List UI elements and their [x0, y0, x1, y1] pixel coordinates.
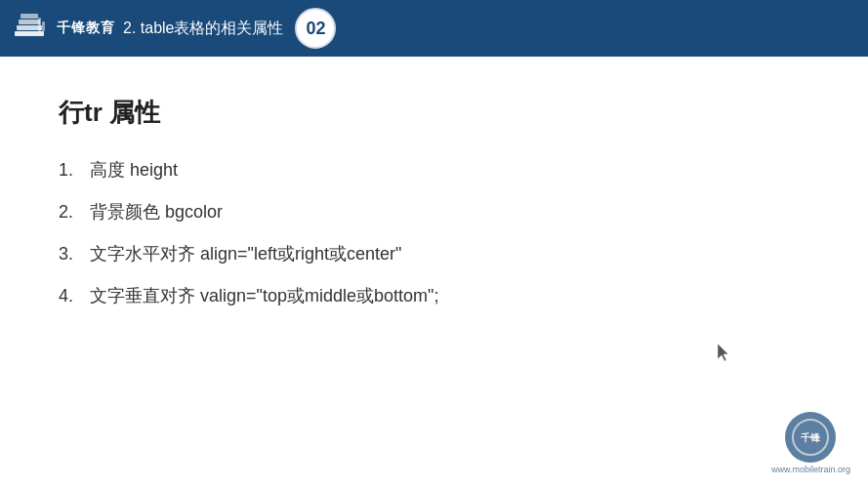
- list-number-4: 4.: [59, 286, 90, 306]
- svg-rect-3: [21, 14, 38, 19]
- list-number-2: 2.: [59, 202, 90, 223]
- slide-container: 千锋教育 2. table表格的相关属性 02 行tr 属性 1.高度 heig…: [0, 0, 868, 488]
- list-container: 1.高度 height2.背景颜色 bgcolor3.文字水平对齐 align=…: [59, 157, 809, 309]
- list-item: 2.背景颜色 bgcolor: [59, 199, 809, 225]
- watermark-inner: 千锋: [792, 419, 829, 456]
- svg-text:千锋: 千锋: [801, 432, 821, 443]
- svg-rect-5: [42, 21, 45, 31]
- badge-circle: 02: [295, 8, 336, 49]
- content-area: 行tr 属性 1.高度 height2.背景颜色 bgcolor3.文字水平对齐…: [0, 57, 868, 488]
- header-title: 2. table表格的相关属性: [123, 19, 283, 39]
- list-number-3: 3.: [59, 244, 90, 264]
- watermark-circle: 千锋: [785, 412, 836, 463]
- list-number-1: 1.: [59, 160, 90, 181]
- logo-area: 千锋教育: [10, 9, 115, 48]
- logo-icon: [10, 9, 49, 48]
- list-item: 3.文字水平对齐 align="left或right或center": [59, 241, 809, 267]
- svg-rect-2: [19, 20, 40, 24]
- watermark: 千锋 www.mobiletrain.org: [771, 412, 850, 474]
- list-text-4: 文字垂直对齐 valign="top或middle或bottom";: [90, 283, 438, 309]
- section-title: 行tr 属性: [59, 96, 809, 130]
- watermark-url: www.mobiletrain.org: [771, 465, 850, 474]
- list-item: 1.高度 height: [59, 157, 809, 183]
- svg-rect-4: [38, 18, 41, 31]
- header-bar: 千锋教育 2. table表格的相关属性 02: [0, 0, 868, 57]
- list-text-2: 背景颜色 bgcolor: [90, 199, 223, 225]
- list-item: 4.文字垂直对齐 valign="top或middle或bottom";: [59, 283, 809, 309]
- list-text-3: 文字水平对齐 align="left或right或center": [90, 241, 401, 267]
- logo-text: 千锋教育: [57, 20, 115, 37]
- list-text-1: 高度 height: [90, 157, 178, 183]
- svg-rect-0: [15, 31, 44, 36]
